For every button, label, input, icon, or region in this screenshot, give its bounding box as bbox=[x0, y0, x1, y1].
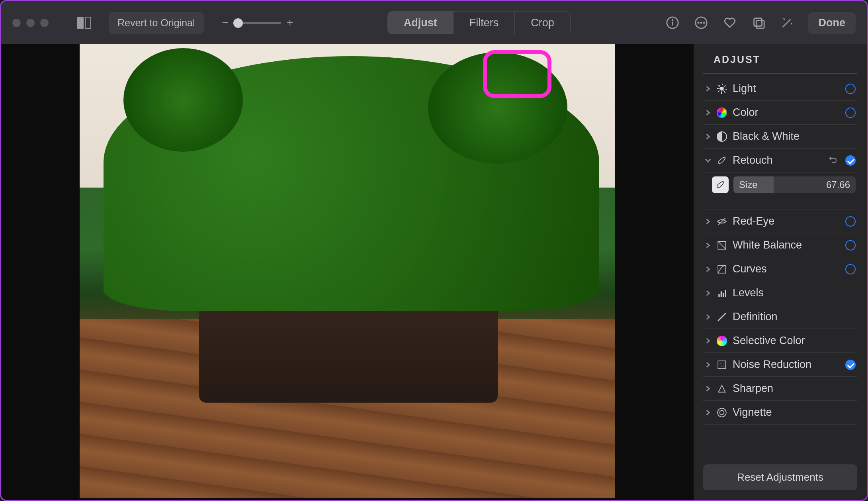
edit-mode-tabs: Adjust Filters Crop bbox=[387, 11, 571, 34]
chevron-right-icon bbox=[705, 242, 711, 249]
svg-point-20 bbox=[723, 366, 724, 367]
svg-point-18 bbox=[723, 363, 723, 364]
more-options-icon[interactable] bbox=[694, 15, 709, 30]
photo bbox=[80, 44, 615, 498]
adjust-row-color[interactable]: Color bbox=[703, 101, 857, 125]
adjust-row-sharpen[interactable]: Sharpen bbox=[703, 377, 857, 401]
auto-enhance-icon[interactable] bbox=[780, 15, 795, 30]
adjust-panel: ADJUST Light Color B bbox=[694, 44, 867, 500]
annotation-highlight bbox=[483, 50, 551, 98]
status-badge[interactable] bbox=[845, 216, 856, 227]
adjust-label: Curves bbox=[733, 263, 840, 275]
adjust-row-definition[interactable]: Definition bbox=[703, 305, 857, 329]
svg-point-2 bbox=[672, 19, 673, 20]
curves-icon bbox=[717, 264, 727, 274]
adjust-row-noise[interactable]: Noise Reduction bbox=[703, 353, 857, 377]
svg-rect-13 bbox=[721, 291, 722, 297]
redeye-icon bbox=[717, 216, 727, 227]
status-badge[interactable] bbox=[845, 108, 856, 118]
adjust-row-wb[interactable]: White Balance bbox=[703, 233, 857, 257]
tab-adjust[interactable]: Adjust bbox=[388, 12, 454, 34]
adjust-row-retouch[interactable]: Retouch bbox=[703, 149, 857, 172]
svg-rect-11 bbox=[718, 265, 726, 273]
adjust-row-selective-color[interactable]: Selective Color bbox=[703, 329, 857, 353]
color-icon bbox=[717, 108, 727, 118]
fullscreen-window-button[interactable] bbox=[40, 19, 49, 27]
adjust-row-redeye[interactable]: Red-Eye bbox=[703, 209, 857, 233]
photo-canvas[interactable] bbox=[1, 44, 694, 500]
revert-to-original-button[interactable]: Revert to Original bbox=[109, 12, 204, 34]
tab-crop[interactable]: Crop bbox=[515, 12, 570, 34]
svg-line-9 bbox=[718, 218, 725, 225]
chevron-right-icon bbox=[705, 386, 711, 392]
chevron-right-icon bbox=[705, 218, 711, 225]
sharpen-icon bbox=[717, 384, 727, 394]
zoom-control: − + bbox=[222, 16, 293, 29]
svg-point-19 bbox=[721, 366, 722, 366]
favorite-icon[interactable] bbox=[722, 15, 737, 30]
retouch-controls: Size 67.66 bbox=[703, 172, 857, 199]
retouch-size-slider[interactable]: Size 67.66 bbox=[733, 176, 856, 193]
chevron-right-icon bbox=[705, 409, 711, 416]
svg-rect-16 bbox=[718, 361, 726, 369]
tab-filters[interactable]: Filters bbox=[454, 12, 515, 34]
adjust-row-vignette[interactable]: Vignette bbox=[703, 401, 857, 425]
definition-icon bbox=[717, 312, 727, 322]
size-label: Size bbox=[739, 179, 758, 190]
adjust-row-curves[interactable]: Curves bbox=[703, 257, 857, 281]
bw-icon bbox=[717, 131, 727, 142]
adjust-label: Red-Eye bbox=[733, 215, 840, 227]
adjust-label: Definition bbox=[733, 311, 856, 323]
chevron-right-icon bbox=[705, 266, 711, 272]
status-badge[interactable] bbox=[845, 155, 856, 166]
adjust-row-bw[interactable]: Black & White bbox=[703, 125, 857, 149]
zoom-out-button[interactable]: − bbox=[222, 16, 229, 29]
svg-point-5 bbox=[700, 22, 702, 23]
chevron-right-icon bbox=[705, 290, 711, 296]
chevron-right-icon bbox=[705, 133, 711, 140]
chevron-right-icon bbox=[705, 86, 711, 92]
svg-rect-8 bbox=[756, 20, 764, 28]
svg-point-4 bbox=[698, 22, 699, 23]
info-icon[interactable] bbox=[665, 15, 680, 30]
size-value: 67.66 bbox=[826, 179, 850, 190]
adjust-label: Noise Reduction bbox=[733, 358, 840, 371]
white-balance-icon bbox=[717, 240, 727, 250]
svg-rect-14 bbox=[723, 292, 724, 297]
retouch-brush-button[interactable] bbox=[712, 176, 729, 193]
svg-point-22 bbox=[720, 410, 724, 415]
chevron-right-icon bbox=[705, 110, 711, 116]
chevron-right-icon bbox=[705, 362, 711, 368]
vignette-icon bbox=[717, 407, 727, 418]
adjust-label: Color bbox=[733, 106, 840, 119]
status-badge[interactable] bbox=[845, 84, 856, 94]
rotate-icon[interactable] bbox=[751, 15, 766, 30]
undo-icon[interactable] bbox=[829, 156, 837, 165]
window-controls bbox=[12, 19, 49, 27]
noise-icon bbox=[717, 360, 727, 370]
close-window-button[interactable] bbox=[12, 19, 21, 27]
svg-point-6 bbox=[703, 22, 705, 23]
adjust-label: Light bbox=[733, 82, 840, 95]
status-badge[interactable] bbox=[845, 360, 856, 370]
adjust-label: Vignette bbox=[733, 406, 856, 419]
panel-title: ADJUST bbox=[714, 54, 857, 73]
adjust-row-levels[interactable]: Levels bbox=[703, 281, 857, 305]
svg-rect-12 bbox=[718, 294, 719, 297]
zoom-slider[interactable] bbox=[234, 22, 281, 24]
svg-point-17 bbox=[720, 362, 721, 363]
adjust-label: Black & White bbox=[733, 130, 856, 143]
sidebar-layout-toggle[interactable] bbox=[77, 17, 91, 29]
done-button[interactable]: Done bbox=[808, 12, 856, 34]
toolbar: Revert to Original − + Adjust Filters Cr… bbox=[1, 1, 867, 44]
minimize-window-button[interactable] bbox=[26, 19, 35, 27]
svg-rect-15 bbox=[725, 290, 726, 297]
reset-adjustments-button[interactable]: Reset Adjustments bbox=[703, 464, 857, 490]
adjust-label: Sharpen bbox=[733, 382, 856, 395]
adjust-label: White Balance bbox=[733, 239, 840, 251]
status-badge[interactable] bbox=[845, 264, 856, 274]
svg-point-21 bbox=[717, 408, 726, 417]
status-badge[interactable] bbox=[845, 240, 856, 250]
adjust-row-light[interactable]: Light bbox=[703, 77, 857, 101]
zoom-in-button[interactable]: + bbox=[287, 16, 293, 29]
